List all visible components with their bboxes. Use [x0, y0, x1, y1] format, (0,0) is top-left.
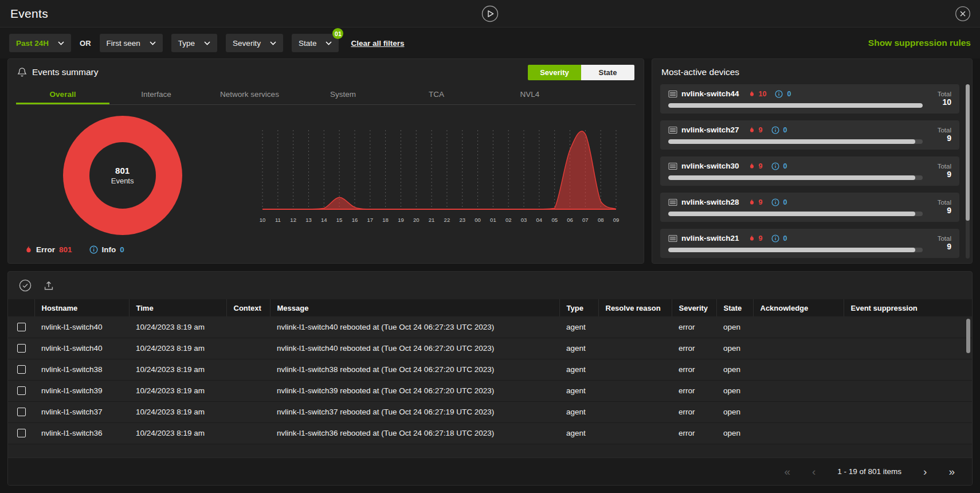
cell-time: 10/24/2023 8:19 am — [129, 316, 226, 338]
device-info-count: 0 — [783, 234, 787, 242]
cell-resolve-reason — [598, 401, 672, 422]
summary-tab[interactable]: NVL4 — [483, 85, 577, 104]
device-total-label: Total — [938, 163, 951, 170]
next-page-button[interactable]: › — [923, 466, 927, 477]
events-summary-title: Events summary — [32, 67, 98, 77]
toggle-state-button[interactable]: State — [581, 65, 634, 80]
device-info-count: 0 — [783, 198, 787, 206]
row-checkbox[interactable] — [17, 386, 26, 395]
table-row[interactable]: nvlink-l1-switch40 10/24/2023 8:19 am nv… — [8, 316, 972, 338]
events-donut-chart: 801 Events — [63, 116, 182, 235]
device-activity-bar — [668, 103, 923, 108]
column-header[interactable]: Context — [226, 299, 270, 316]
select-all-button[interactable] — [19, 279, 32, 292]
export-button[interactable] — [43, 280, 54, 291]
svg-text:10: 10 — [260, 217, 266, 223]
device-card[interactable]: nvlink-switch27 9 0 Total — [660, 120, 959, 150]
type-filter[interactable]: Type — [171, 34, 217, 52]
severity-state-toggle: Severity State — [528, 65, 634, 80]
column-header[interactable]: Type — [559, 299, 598, 316]
flame-icon — [749, 126, 755, 134]
cell-time: 10/24/2023 8:19 am — [129, 338, 226, 359]
cell-event-suppression — [844, 338, 972, 359]
summary-tab[interactable]: Interface — [109, 85, 203, 104]
cell-message: nvlink-l1-switch36 rebooted at (Tue Oct … — [270, 422, 559, 444]
cell-type: agent — [559, 401, 598, 422]
cell-context — [226, 422, 270, 444]
svg-text:12: 12 — [290, 217, 296, 223]
devices-scrollbar-thumb[interactable] — [966, 84, 970, 221]
device-total-count: 9 — [947, 170, 951, 179]
table-row[interactable]: nvlink-l1-switch39 10/24/2023 8:19 am nv… — [8, 380, 972, 401]
device-activity-bar-fill — [668, 139, 915, 144]
column-header[interactable]: Event suppression — [844, 299, 972, 316]
time-range-filter[interactable]: Past 24H — [9, 34, 71, 52]
cell-severity: error — [672, 338, 716, 359]
flame-icon — [749, 162, 755, 170]
summary-tab[interactable]: TCA — [390, 85, 483, 104]
first-seen-filter[interactable]: First seen — [100, 34, 163, 52]
cell-time: 10/24/2023 8:19 am — [129, 359, 226, 380]
column-header[interactable]: Severity — [672, 299, 716, 316]
summary-tab[interactable]: Network services — [203, 85, 296, 104]
cell-severity: error — [672, 359, 716, 380]
row-checkbox[interactable] — [17, 408, 26, 416]
svg-text:21: 21 — [429, 217, 435, 223]
table-row[interactable]: nvlink-l1-switch36 10/24/2023 8:19 am nv… — [8, 422, 972, 444]
svg-text:01: 01 — [490, 217, 496, 223]
cell-hostname: nvlink-l1-switch39 — [34, 380, 129, 401]
table-row[interactable]: nvlink-l1-switch38 10/24/2023 8:19 am nv… — [8, 359, 972, 380]
close-button[interactable] — [955, 6, 971, 22]
first-page-button[interactable]: « — [784, 466, 790, 477]
device-error-count: 9 — [759, 126, 763, 134]
device-card[interactable]: nvlink-switch21 9 0 Total — [660, 229, 959, 258]
play-button[interactable] — [481, 5, 499, 23]
device-card[interactable]: nvlink-switch30 9 0 Total — [660, 156, 959, 186]
row-checkbox[interactable] — [17, 344, 26, 353]
summary-tab[interactable]: System — [296, 85, 390, 104]
table-row[interactable]: nvlink-l1-switch37 10/24/2023 8:19 am nv… — [8, 401, 972, 422]
last-page-button[interactable]: » — [948, 466, 955, 477]
state-filter[interactable]: State — [292, 34, 339, 52]
header-checkbox-column — [8, 299, 34, 316]
cell-acknowledge — [753, 422, 844, 444]
device-error-count: 10 — [759, 90, 767, 98]
summary-tab[interactable]: Overall — [16, 85, 109, 104]
cell-resolve-reason — [598, 359, 672, 380]
column-header[interactable]: Message — [270, 299, 559, 316]
cell-acknowledge — [753, 338, 844, 359]
device-info-count: 0 — [783, 126, 787, 134]
device-activity-bar-fill — [668, 175, 915, 180]
device-activity-bar-fill — [668, 212, 915, 216]
column-header[interactable]: Resolve reason — [598, 299, 672, 316]
column-header[interactable]: Time — [129, 299, 226, 316]
column-header[interactable]: Hostname — [34, 299, 129, 316]
cell-message: nvlink-l1-switch40 rebooted at (Tue Oct … — [270, 338, 559, 359]
row-checkbox[interactable] — [17, 365, 26, 374]
column-header[interactable]: Acknowledge — [753, 299, 844, 316]
severity-filter[interactable]: Severity — [226, 34, 283, 52]
table-row[interactable]: nvlink-l1-switch40 10/24/2023 8:19 am nv… — [8, 338, 972, 359]
device-total-count: 9 — [947, 206, 951, 215]
clear-all-filters-link[interactable]: Clear all filters — [351, 39, 404, 48]
device-card[interactable]: nvlink-switch28 9 0 Total — [660, 193, 959, 222]
toggle-severity-button[interactable]: Severity — [528, 65, 581, 80]
device-activity-bar-fill — [668, 103, 923, 108]
device-activity-bar — [668, 139, 923, 144]
device-card[interactable]: nvlink-switch44 10 0 Total — [660, 84, 959, 114]
cell-type: agent — [559, 316, 598, 338]
svg-text:08: 08 — [598, 217, 604, 223]
prev-page-button[interactable]: ‹ — [812, 466, 816, 477]
info-icon — [775, 90, 783, 98]
devices-scrollbar[interactable] — [966, 84, 970, 259]
switch-icon — [668, 198, 677, 206]
show-suppression-rules-link[interactable]: Show suppression rules — [868, 38, 971, 48]
cell-context — [226, 338, 270, 359]
devices-panel-title: Most-active devices — [652, 59, 972, 84]
table-scrollbar[interactable] — [966, 319, 970, 353]
row-checkbox[interactable] — [17, 323, 26, 331]
device-total-count: 10 — [942, 97, 951, 107]
row-checkbox[interactable] — [17, 429, 26, 437]
cell-severity: error — [672, 380, 716, 401]
column-header[interactable]: State — [716, 299, 753, 316]
